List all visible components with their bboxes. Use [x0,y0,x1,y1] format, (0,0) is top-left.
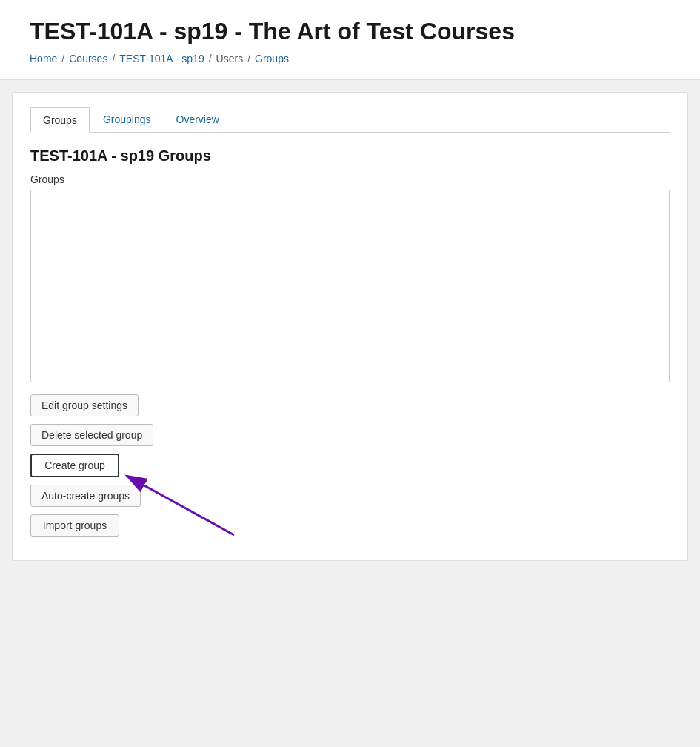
groups-label: Groups [30,173,670,185]
breadcrumb-courses[interactable]: Courses [69,53,107,64]
breadcrumb-home[interactable]: Home [30,53,57,64]
page-title: TEST-101A - sp19 - The Art of Test Cours… [30,18,670,45]
breadcrumb-sep-2: / [112,53,115,64]
breadcrumb-sep-1: / [61,53,64,64]
breadcrumb-course[interactable]: TEST-101A - sp19 [119,53,204,64]
tab-overview[interactable]: Overview [164,107,231,132]
breadcrumb-sep-4: / [247,53,250,64]
svg-line-1 [127,476,234,535]
create-group-button[interactable]: Create group [30,454,119,477]
tab-groupings[interactable]: Groupings [91,107,163,132]
delete-selected-group-button[interactable]: Delete selected group [30,424,153,446]
breadcrumb-sep-3: / [209,53,212,64]
header-section: TEST-101A - sp19 - The Art of Test Cours… [0,0,700,80]
buttons-section: Edit group settings Delete selected grou… [30,394,670,537]
edit-group-settings-button[interactable]: Edit group settings [30,394,139,416]
auto-create-groups-button[interactable]: Auto-create groups [30,485,141,507]
page-wrapper: TEST-101A - sp19 - The Art of Test Cours… [0,0,700,747]
groups-listbox[interactable] [30,190,670,382]
breadcrumb: Home / Courses / TEST-101A - sp19 / User… [30,53,670,64]
breadcrumb-users: Users [216,53,244,64]
main-content: Groups Groupings Overview TEST-101A - sp… [12,92,688,561]
breadcrumb-groups[interactable]: Groups [255,53,289,64]
section-title: TEST-101A - sp19 Groups [30,147,670,165]
tabs-bar: Groups Groupings Overview [30,107,670,133]
import-groups-button[interactable]: Import groups [30,514,119,537]
tab-groups[interactable]: Groups [30,107,90,133]
